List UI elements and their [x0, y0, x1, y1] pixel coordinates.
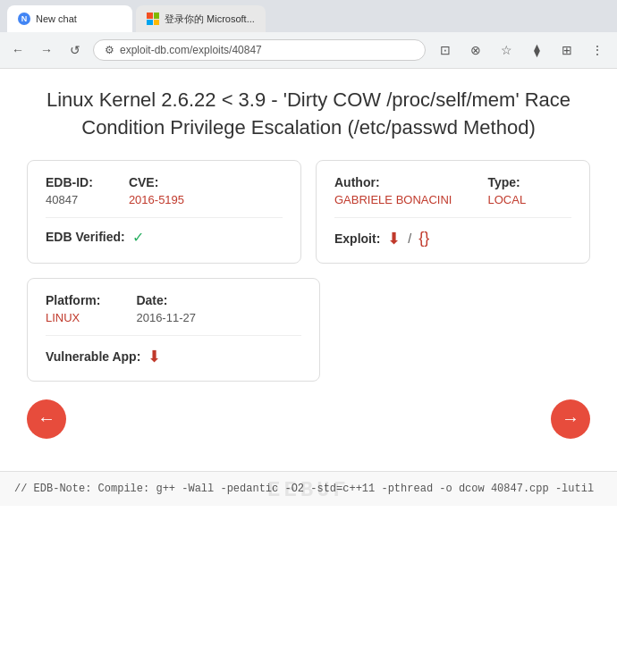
code-text: // EDB-Note: Compile: g++ -Wall -pedanti… — [14, 483, 594, 495]
menu-icon[interactable]: ⋮ — [585, 38, 610, 63]
exploit-divider: / — [408, 231, 411, 246]
edb-verified-label: EDB Verified: — [46, 230, 125, 244]
tab-new-chat[interactable]: N New chat — [7, 5, 132, 32]
exploit-label: Exploit: — [334, 231, 380, 246]
sync-off-icon[interactable]: ⊗ — [463, 38, 488, 63]
cve-field: CVE: 2016-5195 — [129, 175, 184, 206]
card-edb-bottom: EDB Verified: ✓ — [46, 218, 283, 246]
reload-button[interactable]: ↺ — [64, 39, 86, 61]
profile-icon[interactable]: ⊞ — [554, 38, 579, 63]
url-text: exploit-db.com/exploits/40847 — [120, 44, 262, 56]
author-value[interactable]: GABRIELE BONACINI — [334, 193, 452, 206]
card-platform: Platform: LINUX Date: 2016-11-27 Vulnera… — [27, 278, 320, 382]
card-spacer — [334, 278, 590, 382]
edb-id-field: EDB-ID: 40847 — [46, 175, 93, 206]
edb-id-value: 40847 — [46, 193, 93, 206]
browser-chrome: N New chat 登录你的 Microsoft... ← → ↺ ⚙ exp… — [0, 0, 617, 69]
extension-icon[interactable]: ⧫ — [524, 38, 549, 63]
arrows-row: ← → — [27, 391, 590, 453]
date-label: Date: — [136, 293, 196, 307]
page-content: Linux Kernel 2.6.22 < 3.9 - 'Dirty COW /… — [0, 69, 617, 471]
type-label: Type: — [487, 175, 526, 189]
cast-icon[interactable]: ⊡ — [433, 38, 458, 63]
new-chat-favicon: N — [18, 13, 30, 25]
url-bar[interactable]: ⚙ exploit-db.com/exploits/40847 — [93, 39, 426, 61]
card-platform-top: Platform: LINUX Date: 2016-11-27 — [46, 293, 301, 336]
author-field: Author: GABRIELE BONACINI — [334, 175, 452, 206]
prev-arrow-button[interactable]: ← — [27, 399, 66, 439]
cve-label: CVE: — [129, 175, 184, 189]
back-button[interactable]: ← — [7, 39, 29, 61]
tab-bar: N New chat 登录你的 Microsoft... — [0, 0, 617, 32]
date-field: Date: 2016-11-27 — [136, 293, 196, 324]
card-author-bottom: Exploit: ⬇ / {} — [334, 218, 571, 248]
card-edb-top: EDB-ID: 40847 CVE: 2016-5195 — [46, 175, 283, 218]
card-author: Author: GABRIELE BONACINI Type: LOCAL Ex… — [316, 160, 590, 264]
microsoft-favicon — [147, 13, 159, 25]
exploit-icons: ⬇ / {} — [387, 229, 429, 248]
tab-microsoft[interactable]: 登录你的 Microsoft... — [136, 5, 266, 32]
info-cards: EDB-ID: 40847 CVE: 2016-5195 EDB Verifie… — [27, 160, 590, 264]
next-arrow-button[interactable]: → — [551, 399, 590, 439]
page-title: Linux Kernel 2.6.22 < 3.9 - 'Dirty COW /… — [27, 87, 590, 142]
author-label: Author: — [334, 175, 452, 189]
tab-microsoft-label: 登录你的 Microsoft... — [165, 13, 255, 26]
cve-value[interactable]: 2016-5195 — [129, 193, 184, 206]
secure-icon: ⚙ — [105, 44, 114, 56]
card-edb: EDB-ID: 40847 CVE: 2016-5195 EDB Verifie… — [27, 160, 301, 264]
platform-value[interactable]: LINUX — [46, 311, 100, 324]
cards-row2: Platform: LINUX Date: 2016-11-27 Vulnera… — [27, 278, 590, 382]
edb-id-label: EDB-ID: — [46, 175, 93, 189]
type-value: LOCAL — [487, 193, 526, 206]
verified-checkmark: ✓ — [132, 229, 144, 246]
bookmark-icon[interactable]: ☆ — [494, 38, 519, 63]
exploit-download-icon[interactable]: ⬇ — [387, 229, 401, 248]
card-author-top: Author: GABRIELE BONACINI Type: LOCAL — [334, 175, 571, 218]
forward-button[interactable]: → — [36, 39, 57, 61]
card-platform-bottom: Vulnerable App: ⬇ — [46, 336, 301, 366]
nav-bar: ← → ↺ ⚙ exploit-db.com/exploits/40847 ⊡ … — [0, 32, 617, 68]
type-field: Type: LOCAL — [487, 175, 526, 206]
date-value: 2016-11-27 — [136, 311, 196, 324]
tab-new-chat-label: New chat — [36, 13, 77, 24]
platform-field: Platform: LINUX — [46, 293, 100, 324]
exploit-json-icon[interactable]: {} — [418, 229, 429, 248]
platform-label: Platform: — [46, 293, 100, 307]
vuln-app-download-icon[interactable]: ⬇ — [148, 347, 161, 366]
code-section: // EDB-Note: Compile: g++ -Wall -pedanti… — [0, 471, 617, 506]
nav-icons: ⊡ ⊗ ☆ ⧫ ⊞ ⋮ — [433, 38, 610, 63]
vuln-app-label: Vulnerable App: — [46, 349, 140, 364]
